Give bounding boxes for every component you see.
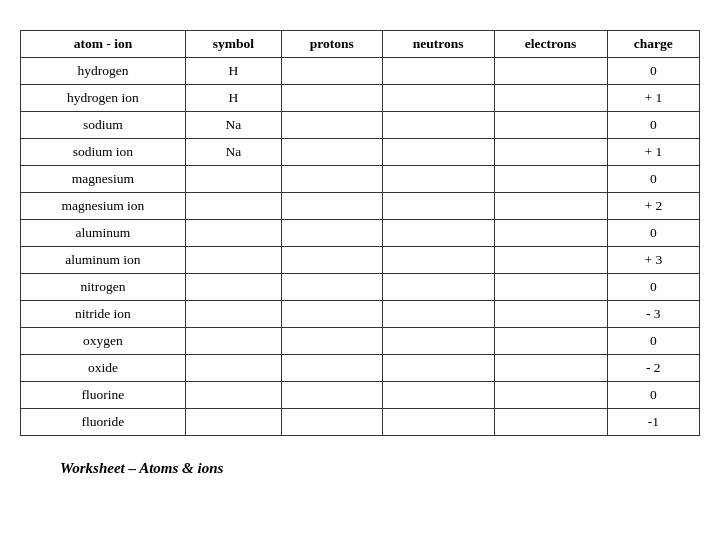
cell-neutrons — [382, 409, 494, 436]
cell-neutrons — [382, 274, 494, 301]
cell-atom: oxygen — [21, 328, 186, 355]
cell-charge: 0 — [607, 166, 699, 193]
table-row: hydrogen ionH+ 1 — [21, 85, 700, 112]
cell-electrons — [494, 193, 607, 220]
cell-electrons — [494, 166, 607, 193]
cell-neutrons — [382, 166, 494, 193]
cell-symbol — [185, 301, 281, 328]
table-row: aluminum0 — [21, 220, 700, 247]
cell-charge: 0 — [607, 58, 699, 85]
cell-atom: magnesium — [21, 166, 186, 193]
table-row: nitride ion- 3 — [21, 301, 700, 328]
cell-protons — [281, 220, 382, 247]
col-header-neutrons: neutrons — [382, 31, 494, 58]
cell-charge: 0 — [607, 112, 699, 139]
cell-protons — [281, 58, 382, 85]
cell-symbol — [185, 328, 281, 355]
cell-neutrons — [382, 85, 494, 112]
cell-neutrons — [382, 112, 494, 139]
cell-symbol — [185, 409, 281, 436]
col-header-protons: protons — [281, 31, 382, 58]
table-row: sodiumNa0 — [21, 112, 700, 139]
col-header-symbol: symbol — [185, 31, 281, 58]
cell-atom: aluminum — [21, 220, 186, 247]
col-header-charge: charge — [607, 31, 699, 58]
cell-protons — [281, 328, 382, 355]
cell-neutrons — [382, 220, 494, 247]
cell-symbol — [185, 220, 281, 247]
cell-atom: sodium ion — [21, 139, 186, 166]
cell-symbol — [185, 382, 281, 409]
cell-neutrons — [382, 355, 494, 382]
cell-atom: hydrogen — [21, 58, 186, 85]
cell-electrons — [494, 58, 607, 85]
cell-atom: magnesium ion — [21, 193, 186, 220]
cell-symbol — [185, 274, 281, 301]
cell-symbol — [185, 166, 281, 193]
cell-protons — [281, 247, 382, 274]
table-row: fluorine0 — [21, 382, 700, 409]
cell-charge: + 1 — [607, 139, 699, 166]
table-row: magnesium0 — [21, 166, 700, 193]
atoms-ions-table: atom - ion symbol protons neutrons elect… — [20, 30, 700, 436]
cell-symbol — [185, 193, 281, 220]
cell-protons — [281, 166, 382, 193]
cell-atom: nitride ion — [21, 301, 186, 328]
cell-atom: sodium — [21, 112, 186, 139]
cell-atom: oxide — [21, 355, 186, 382]
cell-charge: + 2 — [607, 193, 699, 220]
cell-symbol: Na — [185, 139, 281, 166]
cell-electrons — [494, 220, 607, 247]
cell-neutrons — [382, 58, 494, 85]
cell-charge: - 3 — [607, 301, 699, 328]
cell-electrons — [494, 112, 607, 139]
cell-neutrons — [382, 382, 494, 409]
cell-charge: 0 — [607, 382, 699, 409]
cell-protons — [281, 193, 382, 220]
worksheet-label: Worksheet – Atoms & ions — [60, 460, 223, 477]
table-row: fluoride-1 — [21, 409, 700, 436]
table-wrapper: atom - ion symbol protons neutrons elect… — [20, 30, 700, 436]
cell-atom: fluorine — [21, 382, 186, 409]
cell-symbol: H — [185, 85, 281, 112]
cell-neutrons — [382, 139, 494, 166]
table-row: sodium ionNa+ 1 — [21, 139, 700, 166]
cell-protons — [281, 139, 382, 166]
table-row: nitrogen0 — [21, 274, 700, 301]
cell-protons — [281, 301, 382, 328]
table-row: oxide- 2 — [21, 355, 700, 382]
cell-electrons — [494, 85, 607, 112]
cell-electrons — [494, 328, 607, 355]
cell-atom: hydrogen ion — [21, 85, 186, 112]
table-row: hydrogenH0 — [21, 58, 700, 85]
table-row: magnesium ion+ 2 — [21, 193, 700, 220]
cell-protons — [281, 85, 382, 112]
cell-symbol: H — [185, 58, 281, 85]
cell-electrons — [494, 409, 607, 436]
table-row: oxygen0 — [21, 328, 700, 355]
cell-protons — [281, 382, 382, 409]
col-header-atom: atom - ion — [21, 31, 186, 58]
cell-charge: 0 — [607, 220, 699, 247]
cell-electrons — [494, 382, 607, 409]
cell-atom: fluoride — [21, 409, 186, 436]
cell-charge: -1 — [607, 409, 699, 436]
cell-neutrons — [382, 193, 494, 220]
cell-symbol — [185, 355, 281, 382]
cell-neutrons — [382, 328, 494, 355]
cell-charge: - 2 — [607, 355, 699, 382]
cell-charge: 0 — [607, 328, 699, 355]
cell-charge: + 3 — [607, 247, 699, 274]
cell-protons — [281, 409, 382, 436]
cell-symbol — [185, 247, 281, 274]
cell-protons — [281, 112, 382, 139]
col-header-electrons: electrons — [494, 31, 607, 58]
cell-neutrons — [382, 301, 494, 328]
cell-electrons — [494, 139, 607, 166]
cell-symbol: Na — [185, 112, 281, 139]
cell-electrons — [494, 274, 607, 301]
cell-charge: 0 — [607, 274, 699, 301]
cell-electrons — [494, 355, 607, 382]
cell-electrons — [494, 247, 607, 274]
cell-charge: + 1 — [607, 85, 699, 112]
